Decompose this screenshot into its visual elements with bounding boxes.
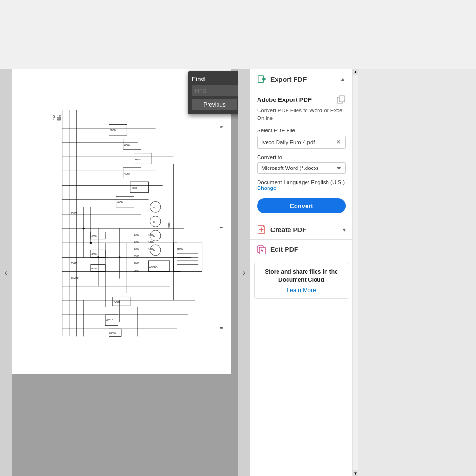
svg-text:6300: 6300	[134, 248, 139, 250]
export-pdf-icon	[257, 75, 267, 84]
find-input[interactable]	[192, 85, 238, 96]
edit-pdf-left: Edit PDF	[257, 245, 298, 254]
doc-language-label: Document Language:	[257, 179, 311, 185]
svg-point-66	[119, 256, 121, 258]
svg-text:4060: 4060	[124, 172, 130, 175]
svg-text:6060: 6060	[91, 235, 97, 238]
select-pdf-label: Select PDF File	[257, 128, 346, 133]
doc-language-row: Document Language: English (U.S.) Change	[257, 179, 346, 191]
svg-text:6300: 6300	[134, 234, 139, 236]
cloud-banner-text: Store and share files in the Document Cl…	[259, 268, 343, 284]
right-nav-arrow[interactable]: ›	[238, 69, 250, 476]
app-container: ‹ Find × ▾ Previous Next	[0, 0, 476, 476]
adobe-export-subtitle: Convert PDF Files to Word or Excel Onlin…	[257, 107, 346, 122]
export-pdf-title: Export PDF	[270, 76, 307, 83]
wiring-diagram-svg: 7772 8857 3323	[12, 69, 231, 374]
svg-text:2600: 2600	[134, 270, 139, 272]
convert-button[interactable]: Convert	[257, 198, 346, 213]
svg-text:H5: H5	[220, 126, 223, 129]
svg-text:7772: 7772	[52, 115, 55, 121]
right-panel-scroll-track	[353, 75, 358, 470]
svg-text:68810: 68810	[106, 319, 113, 322]
right-arrow-icon: ›	[243, 268, 245, 277]
find-dialog: Find × ▾ Previous Next	[188, 71, 238, 114]
svg-text:2600: 2600	[134, 262, 139, 265]
adobe-export-header: Adobe Export PDF	[257, 95, 346, 104]
file-clear-button[interactable]: ✕	[336, 139, 341, 146]
export-pdf-header[interactable]: Export PDF ▲	[257, 75, 346, 84]
svg-text:0.8RE: 0.8RE	[149, 234, 155, 236]
svg-text:75303: 75303	[71, 212, 77, 215]
create-pdf-title: Create PDF	[270, 226, 306, 234]
svg-text:4060: 4060	[131, 187, 137, 189]
svg-text:H8: H8	[220, 327, 223, 329]
svg-text:72658+: 72658+	[168, 221, 170, 229]
svg-text:4060: 4060	[91, 268, 97, 270]
edit-pdf-section[interactable]: Edit PDF	[250, 239, 352, 259]
svg-rect-94	[339, 96, 345, 102]
cloud-banner: Store and share files in the Document Cl…	[254, 263, 348, 299]
svg-text:65415: 65415	[71, 262, 77, 265]
svg-text:4060: 4060	[117, 201, 123, 204]
find-dialog-header: Find ×	[192, 75, 238, 82]
right-panel-container: Export PDF ▲ Adobe Export PDF	[250, 69, 476, 476]
export-pdf-section: Export PDF ▲	[250, 69, 352, 90]
create-pdf-chevron-icon: ▾	[343, 227, 346, 233]
convert-to-select[interactable]: Microsoft Word (*.docx)	[257, 162, 346, 174]
adobe-export-panel: Adobe Export PDF Convert PDF Files to Wo…	[250, 90, 352, 220]
svg-text:6300: 6300	[134, 241, 139, 243]
svg-text:6300: 6300	[134, 255, 139, 258]
svg-text:8857: 8857	[56, 115, 59, 121]
svg-text:3323: 3323	[59, 115, 62, 121]
toolbar-area	[0, 0, 476, 69]
left-nav-arrow[interactable]: ‹	[0, 69, 12, 476]
pdf-viewer-area: Find × ▾ Previous Next	[12, 69, 238, 476]
svg-text:H5: H5	[220, 226, 223, 229]
left-arrow-icon: ‹	[5, 268, 7, 277]
svg-text:⊕: ⊕	[153, 206, 155, 209]
svg-text:88000: 88000	[177, 248, 183, 250]
pdf-page: 7772 8857 3323	[12, 69, 231, 374]
learn-more-link[interactable]: Learn More	[259, 287, 343, 294]
find-buttons-row: Previous Next	[192, 99, 238, 110]
main-area: ‹ Find × ▾ Previous Next	[0, 69, 476, 476]
svg-text:86MPC: 86MPC	[71, 277, 79, 279]
export-pdf-header-left: Export PDF	[257, 75, 307, 84]
svg-text:6060: 6060	[110, 129, 116, 132]
create-pdf-icon	[257, 225, 267, 235]
svg-text:4060: 4060	[91, 253, 97, 256]
find-input-row: ▾	[192, 85, 238, 96]
right-panel-scroll-up[interactable]: ▲	[353, 69, 358, 75]
right-panel: Export PDF ▲ Adobe Export PDF	[250, 69, 352, 476]
edit-pdf-icon	[257, 245, 267, 254]
svg-text:AS68D: AS68D	[149, 266, 158, 268]
create-pdf-section[interactable]: Create PDF ▾	[250, 220, 352, 239]
svg-point-64	[90, 242, 92, 244]
edit-pdf-title: Edit PDF	[270, 246, 298, 253]
svg-point-63	[83, 228, 85, 230]
doc-language-value: English (U.S.)	[311, 179, 345, 185]
adobe-copy-icon	[337, 95, 346, 104]
svg-text:⊕: ⊕	[153, 220, 155, 223]
svg-text:0.8RE: 0.8RE	[149, 248, 155, 250]
svg-text:6060: 6060	[124, 144, 130, 147]
file-name-text: Iveco Daily Euro 4.pdf	[261, 139, 333, 145]
adobe-export-title: Adobe Export PDF	[257, 96, 312, 103]
file-field[interactable]: Iveco Daily Euro 4.pdf ✕	[257, 136, 346, 149]
svg-text:6060: 6060	[135, 158, 141, 161]
convert-to-label: Convert to	[257, 154, 346, 160]
doc-language-change-link[interactable]: Change	[257, 185, 276, 191]
svg-point-65	[97, 256, 99, 258]
right-panel-scroll-down[interactable]: ▼	[353, 470, 358, 476]
create-pdf-left: Create PDF	[257, 225, 306, 235]
right-panel-scrollbar[interactable]: ▲ ▼	[352, 69, 358, 476]
svg-text:68810: 68810	[109, 332, 116, 335]
find-dialog-title: Find	[192, 75, 205, 82]
find-previous-button[interactable]: Previous	[192, 99, 237, 110]
svg-text:0.8RE: 0.8RE	[149, 241, 155, 243]
svg-rect-0	[12, 107, 231, 337]
export-pdf-chevron-icon: ▲	[340, 76, 346, 83]
